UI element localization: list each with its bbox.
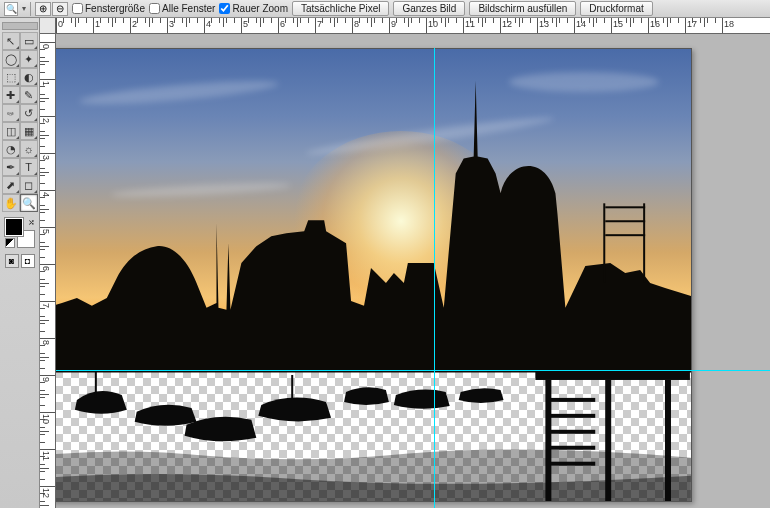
svg-rect-13 bbox=[550, 430, 595, 434]
zoom-out-icon[interactable]: ⊖ bbox=[52, 2, 68, 16]
ruler-origin[interactable] bbox=[40, 18, 56, 34]
history-brush-tool[interactable]: ↺ bbox=[20, 104, 38, 122]
svg-rect-2 bbox=[605, 220, 645, 222]
type-tool[interactable]: T bbox=[20, 158, 38, 176]
zoom-in-icon[interactable]: ⊕ bbox=[35, 2, 51, 16]
options-bar: 🔍 ▾ ⊕ ⊖ Fenstergröße Alle Fenster Rauer … bbox=[0, 0, 770, 18]
zoom-tool[interactable]: 🔍 bbox=[20, 194, 38, 212]
vertical-ruler[interactable]: 0123456789101112 bbox=[40, 34, 56, 508]
shape-tool[interactable]: ◻ bbox=[20, 176, 38, 194]
svg-rect-12 bbox=[550, 414, 595, 418]
svg-rect-3 bbox=[605, 234, 645, 236]
svg-rect-6 bbox=[291, 375, 293, 400]
eyedropper-tool[interactable]: ◐ bbox=[20, 68, 38, 86]
quick-select-tool[interactable]: ✦ bbox=[20, 50, 38, 68]
fill-screen-button[interactable]: Bildschirm ausfüllen bbox=[469, 1, 576, 16]
svg-rect-5 bbox=[95, 370, 97, 398]
svg-rect-1 bbox=[605, 206, 645, 208]
horizontal-guide[interactable] bbox=[56, 370, 770, 371]
document-canvas[interactable] bbox=[56, 48, 692, 502]
swap-colors-icon[interactable]: ⤭ bbox=[28, 218, 35, 227]
image-water-silhouette bbox=[56, 370, 691, 502]
foreground-color-swatch[interactable] bbox=[5, 218, 23, 236]
horizontal-ruler[interactable]: 440123456789101112131415161718 bbox=[40, 18, 770, 34]
svg-rect-14 bbox=[550, 446, 595, 450]
svg-rect-7 bbox=[535, 370, 690, 380]
crop-tool[interactable]: ⬚ bbox=[2, 68, 20, 86]
lasso-tool[interactable]: ◯ bbox=[2, 50, 20, 68]
svg-rect-11 bbox=[550, 398, 595, 402]
canvas-area bbox=[56, 34, 770, 508]
standard-mode-icon[interactable]: ◙ bbox=[5, 254, 19, 268]
gradient-tool[interactable]: ▦ bbox=[20, 122, 38, 140]
fit-screen-button[interactable]: Ganzes Bild bbox=[393, 1, 465, 16]
marquee-tool[interactable]: ▭ bbox=[20, 32, 38, 50]
scrubby-zoom-checkbox[interactable]: Rauer Zoom bbox=[219, 3, 288, 14]
dodge-tool[interactable]: ☼ bbox=[20, 140, 38, 158]
actual-pixels-button[interactable]: Tatsächliche Pixel bbox=[292, 1, 389, 16]
quickmask-mode-icon[interactable]: ◘ bbox=[21, 254, 35, 268]
brush-tool[interactable]: ✎ bbox=[20, 86, 38, 104]
print-size-button[interactable]: Druckformat bbox=[580, 1, 652, 16]
dropdown-arrow[interactable]: ▾ bbox=[22, 4, 26, 13]
hand-tool[interactable]: ✋ bbox=[2, 194, 20, 212]
svg-rect-0 bbox=[603, 203, 605, 283]
color-swatches: ⤭ bbox=[5, 218, 35, 248]
toolbox: ↖ ▭ ◯ ✦ ⬚ ◐ ✚ ✎ ⎃ ↺ ◫ ▦ ◔ ☼ ✒ T ⬈ ◻ ✋ 🔍 … bbox=[0, 18, 40, 508]
move-tool[interactable]: ↖ bbox=[2, 32, 20, 50]
label: Rauer Zoom bbox=[232, 3, 288, 14]
stamp-tool[interactable]: ⎃ bbox=[2, 104, 20, 122]
path-select-tool[interactable]: ⬈ bbox=[2, 176, 20, 194]
tool-preset[interactable]: 🔍 bbox=[4, 2, 18, 16]
eraser-tool[interactable]: ◫ bbox=[2, 122, 20, 140]
resize-windows-checkbox[interactable]: Fenstergröße bbox=[72, 3, 145, 14]
label: Alle Fenster bbox=[162, 3, 215, 14]
default-colors-icon[interactable] bbox=[5, 238, 15, 248]
svg-rect-4 bbox=[643, 203, 645, 283]
vertical-guide[interactable] bbox=[434, 48, 435, 508]
blur-tool[interactable]: ◔ bbox=[2, 140, 20, 158]
pen-tool[interactable]: ✒ bbox=[2, 158, 20, 176]
all-windows-checkbox[interactable]: Alle Fenster bbox=[149, 3, 215, 14]
label: Fenstergröße bbox=[85, 3, 145, 14]
heal-tool[interactable]: ✚ bbox=[2, 86, 20, 104]
toolbox-grip[interactable] bbox=[2, 22, 38, 30]
